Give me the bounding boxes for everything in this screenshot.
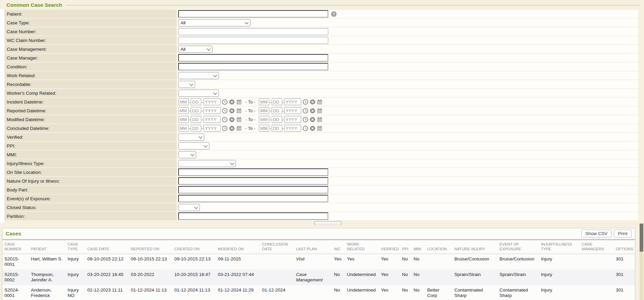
clock-icon[interactable]	[222, 99, 228, 105]
column-header[interactable]: REPORTED ON	[129, 240, 172, 254]
clock-icon[interactable]	[303, 108, 308, 114]
clear-icon[interactable]	[310, 99, 315, 105]
clock-icon[interactable]	[222, 117, 228, 122]
text-input[interactable]	[178, 37, 328, 44]
print-button[interactable]: Print	[614, 230, 631, 237]
calendar-icon[interactable]	[317, 125, 323, 131]
column-header[interactable]: CASE TYPE	[66, 240, 85, 254]
text-input[interactable]	[178, 186, 328, 193]
column-header[interactable]: INJURY/ILLNESS TYPE	[539, 240, 580, 254]
select-dropdown[interactable]	[178, 151, 196, 158]
clear-icon[interactable]	[310, 108, 315, 114]
table-row[interactable]: S2015-0001Hart, William S.Injury09-10-20…	[2, 254, 635, 269]
scrollbar-thumb[interactable]	[640, 224, 643, 252]
cell-nature-injury: Sprain/Strain	[452, 270, 497, 285]
column-header[interactable]: MMI	[412, 240, 425, 254]
select-dropdown[interactable]	[178, 142, 209, 149]
calendar-icon[interactable]	[236, 108, 242, 114]
to-day-input[interactable]	[272, 116, 282, 123]
clock-icon[interactable]	[222, 108, 228, 114]
cell-case-date: 09-10-2015 22:12	[85, 254, 129, 269]
select-dropdown[interactable]	[178, 160, 236, 167]
calendar-icon[interactable]	[236, 125, 242, 131]
from-year-input[interactable]	[204, 107, 221, 114]
text-input[interactable]	[178, 177, 328, 185]
column-header[interactable]: WC	[332, 240, 345, 254]
select-dropdown[interactable]	[178, 90, 219, 97]
clear-icon[interactable]	[229, 99, 235, 105]
show-csv-button[interactable]: Show CSV	[581, 230, 611, 237]
column-header[interactable]: WORK RELATED	[345, 240, 379, 254]
text-input[interactable]	[178, 212, 328, 220]
from-year-input[interactable]	[204, 116, 221, 123]
clear-icon[interactable]	[229, 125, 235, 131]
text-input[interactable]	[178, 168, 328, 176]
from-day-input[interactable]	[191, 116, 201, 123]
table-row[interactable]: S2015-0002Thompson, Jennifer A.Injury03-…	[2, 270, 635, 285]
to-month-input[interactable]	[259, 98, 269, 105]
from-day-input[interactable]	[191, 98, 201, 105]
column-header[interactable]: MODIFIED ON	[216, 240, 260, 254]
text-input[interactable]	[178, 195, 328, 202]
select-dropdown[interactable]	[178, 204, 200, 211]
from-month-input[interactable]	[178, 98, 189, 105]
from-year-input[interactable]	[204, 125, 221, 132]
text-input[interactable]	[178, 28, 328, 35]
column-header[interactable]: CASE MANAGERS	[580, 240, 614, 254]
table-row[interactable]: S2024-0001Anderson, FrederickInjury NO02…	[2, 285, 635, 300]
from-year-input[interactable]	[204, 98, 221, 105]
to-day-input[interactable]	[272, 107, 282, 114]
chevron-down-icon	[207, 47, 210, 50]
select-dropdown[interactable]	[178, 134, 204, 141]
column-header[interactable]: LOCATION	[425, 240, 452, 254]
clock-icon[interactable]	[303, 117, 308, 122]
clock-icon[interactable]	[303, 125, 308, 131]
page-scrollbar[interactable]	[640, 224, 643, 300]
column-header[interactable]: PATIENT	[29, 240, 65, 254]
clock-icon[interactable]	[303, 99, 308, 105]
from-month-input[interactable]	[178, 116, 189, 123]
column-header[interactable]: CREATED ON	[172, 240, 216, 254]
select-dropdown[interactable]	[178, 81, 195, 88]
search-button[interactable]	[314, 221, 341, 225]
column-header[interactable]: NATURE INJURY	[452, 240, 497, 254]
column-header[interactable]: CONCLUSION DATE	[260, 240, 294, 254]
calendar-icon[interactable]	[236, 117, 242, 122]
column-header[interactable]: OPTIONS	[614, 240, 635, 254]
to-month-input[interactable]	[259, 125, 269, 132]
to-year-input[interactable]	[284, 116, 301, 123]
column-header[interactable]: EVENT OF EXPOSURE	[498, 240, 539, 254]
text-input[interactable]	[178, 10, 328, 18]
select-dropdown[interactable]: All	[178, 19, 250, 26]
clear-icon[interactable]	[310, 125, 315, 131]
to-month-input[interactable]	[259, 116, 269, 123]
column-header[interactable]: VERIFIED	[379, 240, 400, 254]
column-header[interactable]: PPI	[400, 240, 412, 254]
to-year-input[interactable]	[284, 107, 301, 114]
calendar-icon[interactable]	[236, 99, 242, 105]
to-year-input[interactable]	[284, 98, 301, 105]
text-input[interactable]	[178, 54, 328, 62]
column-header[interactable]: CASE NUMBER	[2, 240, 29, 254]
from-month-input[interactable]	[178, 107, 189, 114]
clear-icon[interactable]	[229, 117, 235, 122]
help-icon[interactable]: ?	[331, 11, 337, 17]
select-dropdown[interactable]: All	[178, 46, 212, 53]
from-day-input[interactable]	[191, 125, 201, 132]
clear-icon[interactable]	[229, 108, 235, 114]
to-day-input[interactable]	[272, 98, 282, 105]
column-header[interactable]: LAST PLAN	[294, 240, 332, 254]
from-month-input[interactable]	[178, 125, 189, 132]
to-month-input[interactable]	[259, 107, 269, 114]
select-dropdown[interactable]	[178, 72, 219, 79]
to-day-input[interactable]	[272, 125, 282, 132]
clear-icon[interactable]	[310, 117, 315, 122]
clock-icon[interactable]	[222, 125, 228, 131]
from-day-input[interactable]	[191, 107, 201, 114]
calendar-icon[interactable]	[317, 117, 323, 122]
calendar-icon[interactable]	[317, 108, 323, 114]
column-header[interactable]: CASE DATE	[85, 240, 129, 254]
to-year-input[interactable]	[284, 125, 301, 132]
calendar-icon[interactable]	[317, 99, 323, 105]
text-input[interactable]	[178, 63, 328, 70]
